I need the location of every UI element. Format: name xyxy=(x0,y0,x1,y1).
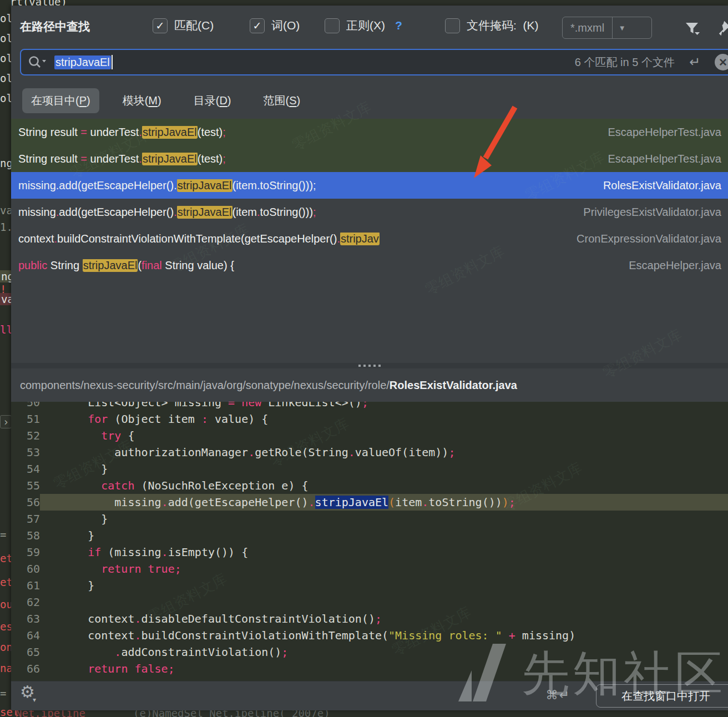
code-segment: List<Object> missing xyxy=(61,402,228,409)
code-segment: catch xyxy=(101,479,134,492)
code-segment: missing xyxy=(61,496,161,509)
line-code: missing.add(getEscapeHelper().stripJavaE… xyxy=(40,494,728,511)
code-segment: . xyxy=(134,612,141,625)
line-number: 65 xyxy=(11,644,40,660)
checkbox[interactable]: ✓ xyxy=(250,18,265,33)
splitter-handle[interactable] xyxy=(11,363,728,368)
result-code: missing.add(getEscapeHelper().stripJavaE… xyxy=(18,179,595,192)
code-segment: String xyxy=(47,259,82,271)
checkbox[interactable]: ✓ xyxy=(153,18,168,33)
line-number: 63 xyxy=(11,610,40,627)
code-segment: ; xyxy=(223,126,226,138)
scope-tab-3[interactable]: 目录(D) xyxy=(185,88,240,113)
enter-icon[interactable]: ↵ xyxy=(689,54,700,70)
open-in-find-window-button[interactable]: 在查找窗口中打开 xyxy=(596,684,728,708)
code-segment: stripJav xyxy=(340,233,380,245)
option-2[interactable]: ✓词(O) xyxy=(250,18,300,33)
close-icon[interactable]: ✕ xyxy=(715,54,728,70)
search-input[interactable]: stripJavaEl 6 个匹配 in 5 个文件 ↵ ✕ xyxy=(20,49,728,75)
file-mask-combo[interactable]: *.mxml ▼ xyxy=(562,17,652,39)
line-code: } xyxy=(40,461,728,477)
code-segment: { xyxy=(121,429,134,442)
code-segment: authorizationManager xyxy=(61,446,248,459)
code-segment: getRole(String xyxy=(255,446,348,459)
scope-tab-2[interactable]: 模块(M) xyxy=(114,88,170,113)
preview-line: 62 xyxy=(11,594,728,610)
search-row: stripJavaEl 6 个匹配 in 5 个文件 ↵ ✕ xyxy=(11,48,728,82)
result-code: missing.add(getEscapeHelper().stripJavaE… xyxy=(18,206,575,219)
dialog-footer: ⚙▾ ⌘↵ 在查找窗口中打开 xyxy=(11,681,728,710)
dialog-header: 在路径中查找 ✓匹配(C)✓词(O)✓正则(X)? ✓ 文件掩码: (K) *.… xyxy=(11,6,728,48)
file-mask-checkbox[interactable]: ✓ xyxy=(445,18,460,33)
code-segment: public xyxy=(18,259,47,271)
code-segment: = xyxy=(80,126,87,138)
code-segment: (test) xyxy=(198,126,223,138)
code-segment: context xyxy=(61,629,134,642)
line-code: for (Object item : value) { xyxy=(40,411,728,427)
code-segment: . xyxy=(174,206,177,218)
result-row[interactable]: missing.add(getEscapeHelper().stripJavaE… xyxy=(11,199,728,225)
line-number: 55 xyxy=(11,477,40,494)
code-segment xyxy=(235,402,241,409)
results-empty-area xyxy=(11,279,728,363)
results-list: String result = underTest.stripJavaEl(te… xyxy=(11,119,728,279)
code-segment: (test) xyxy=(198,153,223,165)
result-filename: RolesExistValidator.java xyxy=(603,179,721,192)
code-segment: for xyxy=(88,412,108,426)
code-segment: context xyxy=(18,233,54,245)
file-path-bar: components/nexus-security/src/main/java/… xyxy=(11,368,728,402)
code-segment: missing xyxy=(18,206,56,218)
code-preview[interactable]: 50 List<Object> missing = new LinkedList… xyxy=(11,402,728,681)
code-segment xyxy=(61,645,114,659)
help-icon[interactable]: ? xyxy=(395,19,402,32)
pin-icon[interactable] xyxy=(717,19,728,38)
file-mask-option[interactable]: ✓ 文件掩码: (K) xyxy=(445,18,539,33)
result-row[interactable]: missing.add(getEscapeHelper().stripJavaE… xyxy=(11,172,728,199)
result-filename: PrivilegesExistValidator.java xyxy=(583,206,721,219)
code-segment: + xyxy=(509,629,515,642)
gear-icon[interactable]: ⚙▾ xyxy=(20,684,38,700)
line-code: return false; xyxy=(40,660,728,677)
result-row[interactable]: public String stripJavaEl(final String v… xyxy=(11,252,728,279)
line-number: 61 xyxy=(11,577,40,594)
result-row[interactable]: String result = underTest.stripJavaEl(te… xyxy=(11,145,728,172)
result-row[interactable]: context.buildConstraintViolationWithTemp… xyxy=(11,225,728,252)
code-segment: } xyxy=(61,462,108,476)
code-segment: ; xyxy=(362,402,368,409)
option-1[interactable]: ✓匹配(C) xyxy=(153,18,214,33)
preview-line: 55 catch (NoSuchRoleException e) { xyxy=(11,477,728,494)
code-segment: . xyxy=(422,496,428,509)
combo-arrow-icon[interactable]: ▼ xyxy=(613,24,631,32)
result-filename: EscapeHelperTest.java xyxy=(608,126,721,139)
code-segment: value) { xyxy=(208,412,268,426)
scope-tab-1[interactable]: 在项目中(P) xyxy=(22,88,99,113)
code-segment: . xyxy=(161,546,168,559)
line-code: } xyxy=(40,511,728,527)
code-segment: (NoSuchRoleException e) { xyxy=(134,479,308,492)
result-row[interactable]: String result = underTest.stripJavaEl(te… xyxy=(11,119,728,145)
code-segment: disableDefaultConstraintViolation() xyxy=(141,612,375,625)
scope-tab-4[interactable]: 范围(S) xyxy=(255,88,310,113)
code-segment: ; xyxy=(281,645,288,659)
find-in-path-dialog: 在路径中查找 ✓匹配(C)✓词(O)✓正则(X)? ✓ 文件掩码: (K) *.… xyxy=(11,6,728,710)
checkbox[interactable]: ✓ xyxy=(325,18,340,33)
line-number: 53 xyxy=(11,444,40,461)
option-3[interactable]: ✓正则(X)? xyxy=(325,18,402,33)
line-number: 66 xyxy=(11,660,40,677)
filter-icon[interactable] xyxy=(683,19,701,38)
line-code: context.disableDefaultConstraintViolatio… xyxy=(40,610,728,627)
file-mask-label: 文件掩码: (K) xyxy=(467,18,539,33)
code-segment xyxy=(61,429,101,442)
preview-line: 57 } xyxy=(11,511,728,527)
code-segment: String value) { xyxy=(162,259,234,271)
result-filename: CronExpressionValidator.java xyxy=(577,233,721,245)
code-segment: valueOf(item)) xyxy=(355,446,449,459)
line-code xyxy=(40,594,728,610)
option-label: 匹配(C) xyxy=(174,18,214,33)
code-segment: stripJavaEl xyxy=(142,153,198,165)
option-label: 正则(X) xyxy=(346,18,385,33)
path-filename: RolesExistValidator.java xyxy=(390,379,517,392)
search-icon[interactable] xyxy=(28,55,47,69)
line-code: if (missing.isEmpty()) { xyxy=(40,544,728,561)
code-segment: "Missing roles: " xyxy=(388,629,502,642)
